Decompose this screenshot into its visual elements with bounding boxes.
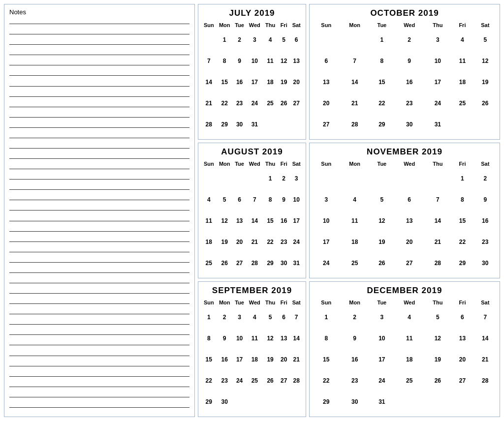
day-header: Thu (424, 21, 451, 29)
calendar-title-august-2019: AUGUST 2019 (201, 147, 303, 157)
calendar-day: 16 (474, 210, 497, 231)
calendar-day: 20 (394, 232, 424, 253)
calendar-day: 3 (290, 168, 303, 189)
calendar-day: 18 (246, 349, 263, 370)
note-line (9, 24, 189, 24)
calendar-day: 18 (263, 71, 278, 92)
day-header: Sat (290, 160, 303, 168)
calendar-day: 25 (246, 370, 263, 391)
calendar-day: 3 (424, 29, 451, 50)
calendar-day: 15 (370, 71, 394, 92)
calendar-day: 22 (263, 232, 278, 253)
calendar-table-september-2019: SunMonTueWedThuFriSat1234567891011121314… (201, 299, 303, 413)
note-line (9, 334, 189, 335)
calendar-week-row: 17181920212223 (313, 232, 497, 253)
calendar-day (246, 168, 263, 189)
calendar-week-row: 22232425262728 (201, 370, 303, 391)
calendar-day: 3 (233, 306, 247, 328)
calendar-week-row: 2728293031 (313, 114, 497, 135)
calendar-day: 4 (451, 29, 473, 50)
day-header: Tue (370, 21, 394, 29)
day-header: Thu (424, 160, 451, 168)
note-line (9, 262, 189, 263)
calendar-september: SEPTEMBER 2019SunMonTueWedThuFriSat12345… (198, 281, 306, 417)
calendar-day (290, 391, 303, 413)
calendar-day: 1 (201, 306, 217, 328)
day-header: Sun (201, 299, 217, 306)
calendar-day: 10 (313, 210, 340, 231)
calendar-day: 7 (201, 50, 217, 71)
calendar-day: 10 (233, 328, 247, 349)
calendar-day: 12 (263, 328, 278, 349)
note-line (9, 324, 189, 325)
calendar-day: 13 (290, 50, 303, 71)
calendar-day (233, 168, 247, 189)
calendar-day (451, 391, 473, 413)
day-header: Sat (474, 21, 497, 29)
day-header: Mon (340, 160, 369, 168)
calendar-day: 7 (290, 306, 303, 328)
calendar-day: 11 (340, 210, 369, 231)
day-header: Mon (217, 299, 233, 306)
calendar-week-row: 78910111213 (201, 50, 303, 71)
calendar-day: 11 (263, 50, 278, 71)
calendar-day: 20 (278, 349, 290, 370)
calendar-day: 10 (424, 50, 451, 71)
calendar-day: 15 (263, 210, 278, 231)
calendar-day: 22 (217, 93, 233, 114)
day-header: Thu (263, 299, 278, 306)
calendar-day (278, 114, 290, 135)
day-header: Sun (201, 21, 217, 29)
calendar-day: 8 (313, 328, 340, 349)
day-header: Mon (217, 21, 233, 29)
calendar-week-row: 1234567 (313, 306, 497, 328)
calendar-day: 22 (451, 232, 473, 253)
calendar-day: 14 (201, 71, 217, 92)
calendar-day: 16 (217, 349, 233, 370)
calendar-day: 17 (246, 71, 263, 92)
calendar-day: 7 (246, 189, 263, 210)
calendar-day: 8 (201, 328, 217, 349)
day-header: Fri (278, 21, 290, 29)
notes-lines (9, 19, 189, 413)
note-line (9, 75, 189, 76)
calendar-day: 6 (290, 29, 303, 50)
calendar-week-row: 18192021222324 (201, 232, 303, 253)
calendar-week-row: 12345 (313, 29, 497, 50)
calendar-day: 24 (424, 93, 451, 114)
note-line (9, 200, 189, 200)
calendar-day: 20 (313, 93, 340, 114)
calendar-day: 1 (451, 168, 473, 189)
calendar-day (278, 391, 290, 413)
day-header: Fri (451, 160, 473, 168)
calendar-day: 28 (246, 253, 263, 274)
calendar-day: 3 (370, 306, 394, 328)
calendar-day: 2 (394, 29, 424, 50)
day-header: Sat (290, 299, 303, 306)
calendar-day: 17 (424, 71, 451, 92)
calendar-day: 13 (451, 328, 473, 349)
calendar-week-row: 1234567 (201, 306, 303, 328)
calendar-day: 25 (340, 253, 369, 274)
calendar-day: 28 (474, 370, 497, 391)
calendar-day: 9 (474, 189, 497, 210)
note-line (9, 272, 189, 273)
calendar-title-december-2019: DECEMBER 2019 (313, 286, 497, 296)
calendar-day: 27 (313, 114, 340, 135)
note-line (9, 96, 189, 97)
calendar-day: 24 (246, 93, 263, 114)
calendar-day: 28 (201, 114, 217, 135)
day-header: Wed (246, 21, 263, 29)
calendar-day: 29 (313, 391, 340, 413)
calendar-day: 3 (313, 189, 340, 210)
note-line (9, 148, 189, 149)
calendar-week-row: 21222324252627 (201, 93, 303, 114)
note-line (9, 44, 189, 45)
calendar-day: 19 (278, 71, 290, 92)
calendar-day: 16 (394, 71, 424, 92)
calendar-day: 15 (451, 210, 473, 231)
calendar-day: 14 (340, 71, 369, 92)
calendar-day: 11 (394, 328, 424, 349)
calendar-day: 1 (370, 29, 394, 50)
calendar-day: 2 (278, 168, 290, 189)
